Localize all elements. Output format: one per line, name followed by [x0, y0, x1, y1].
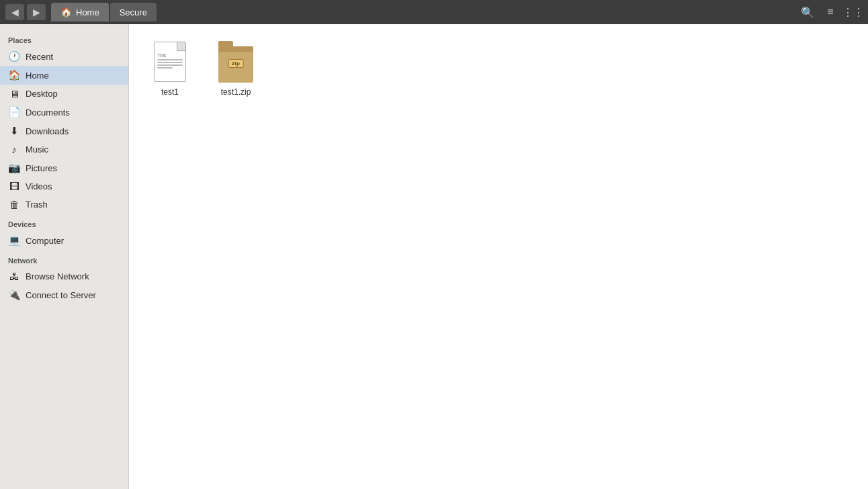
places-section-label: Places	[0, 30, 128, 47]
sidebar-item-documents-label: Documents	[26, 107, 70, 118]
sidebar-item-home[interactable]: 🏠 Home	[0, 66, 128, 85]
forward-button[interactable]: ▶	[27, 4, 46, 20]
text-line-3	[157, 64, 183, 66]
home-tab-icon: 🏠	[60, 7, 72, 17]
devices-section-label: Devices	[0, 214, 128, 231]
content-area: This test1 zip	[129, 24, 868, 489]
sidebar-item-desktop[interactable]: 🖥 Desktop	[0, 85, 128, 103]
file-item-test1[interactable]: This test1	[140, 35, 200, 102]
sidebar-item-downloads[interactable]: ⬇ Downloads	[0, 122, 128, 140]
sidebar-item-computer-label: Computer	[26, 236, 64, 246]
documents-icon: 📄	[8, 106, 20, 118]
search-button[interactable]: 🔍	[798, 4, 817, 20]
trash-icon: 🗑	[8, 199, 20, 210]
sidebar-item-browse-network-label: Browse Network	[26, 271, 89, 281]
sidebar-item-music-label: Music	[26, 144, 48, 154]
main-layout: Places 🕐 Recent 🏠 Home 🖥 Desktop 📄 Docum…	[0, 24, 868, 489]
search-icon: 🔍	[801, 6, 814, 19]
grid-icon: ⋮⋮	[842, 6, 864, 19]
menu-button[interactable]: ≡	[821, 4, 840, 20]
file-icon-test1zip: zip	[218, 40, 254, 83]
tab-secure-label: Secure	[120, 7, 147, 17]
sidebar-item-videos-label: Videos	[26, 181, 52, 191]
file-item-test1zip[interactable]: zip test1.zip	[206, 35, 266, 102]
sidebar-item-recent[interactable]: 🕐 Recent	[0, 47, 128, 66]
file-icon-test1: This	[152, 40, 188, 83]
sidebar-item-trash[interactable]: 🗑 Trash	[0, 195, 128, 214]
titlebar-actions: 🔍 ≡ ⋮⋮	[798, 4, 863, 20]
sidebar-item-documents[interactable]: 📄 Documents	[0, 103, 128, 122]
sidebar-item-recent-label: Recent	[26, 52, 53, 62]
desktop-icon: 🖥	[8, 88, 20, 99]
back-button[interactable]: ◀	[5, 4, 24, 20]
sidebar-item-pictures[interactable]: 📷 Pictures	[0, 159, 128, 177]
file-label-test1zip: test1.zip	[221, 87, 251, 97]
zip-file-icon: zip	[218, 41, 253, 83]
titlebar: ◀ ▶ 🏠 Home Secure 🔍 ≡ ⋮⋮	[0, 0, 868, 24]
sidebar-item-computer[interactable]: 💻 Computer	[0, 231, 128, 250]
file-label-test1: test1	[161, 87, 179, 97]
music-icon: ♪	[8, 144, 20, 155]
sidebar-item-desktop-label: Desktop	[26, 89, 58, 99]
tab-home[interactable]: 🏠 Home	[51, 3, 109, 21]
tab-home-label: Home	[76, 7, 99, 17]
sidebar-item-connect-server-label: Connect to Server	[26, 290, 96, 300]
sidebar-item-trash-label: Trash	[26, 199, 48, 210]
network-section-label: Network	[0, 250, 128, 267]
grid-button[interactable]: ⋮⋮	[844, 4, 863, 20]
tab-secure[interactable]: Secure	[110, 3, 157, 21]
text-line-1	[157, 59, 183, 60]
sidebar-item-music[interactable]: ♪ Music	[0, 140, 128, 159]
sidebar-item-downloads-label: Downloads	[26, 126, 69, 136]
sidebar-item-connect-to-server[interactable]: 🔌 Connect to Server	[0, 285, 128, 304]
videos-icon: 🎞	[8, 181, 20, 192]
recent-icon: 🕐	[8, 50, 20, 62]
menu-icon: ≡	[827, 6, 833, 18]
files-grid: This test1 zip	[140, 35, 857, 102]
text-file-label: This	[157, 53, 183, 58]
sidebar-item-home-label: Home	[26, 71, 49, 81]
browse-network-icon: 🖧	[8, 271, 20, 282]
sidebar-item-pictures-label: Pictures	[26, 163, 57, 173]
pictures-icon: 📷	[8, 162, 20, 174]
home-icon: 🏠	[8, 69, 20, 81]
zip-badge: zip	[228, 59, 244, 68]
sidebar-item-videos[interactable]: 🎞 Videos	[0, 177, 128, 195]
sidebar-item-browse-network[interactable]: 🖧 Browse Network	[0, 267, 128, 285]
computer-icon: 💻	[8, 234, 20, 247]
downloads-icon: ⬇	[8, 125, 20, 137]
sidebar: Places 🕐 Recent 🏠 Home 🖥 Desktop 📄 Docum…	[0, 24, 129, 489]
titlebar-tabs: 🏠 Home Secure	[51, 3, 157, 21]
connect-server-icon: 🔌	[8, 289, 20, 301]
text-line-4	[157, 67, 173, 69]
text-line-2	[157, 62, 183, 63]
text-file-icon: This	[154, 42, 186, 82]
